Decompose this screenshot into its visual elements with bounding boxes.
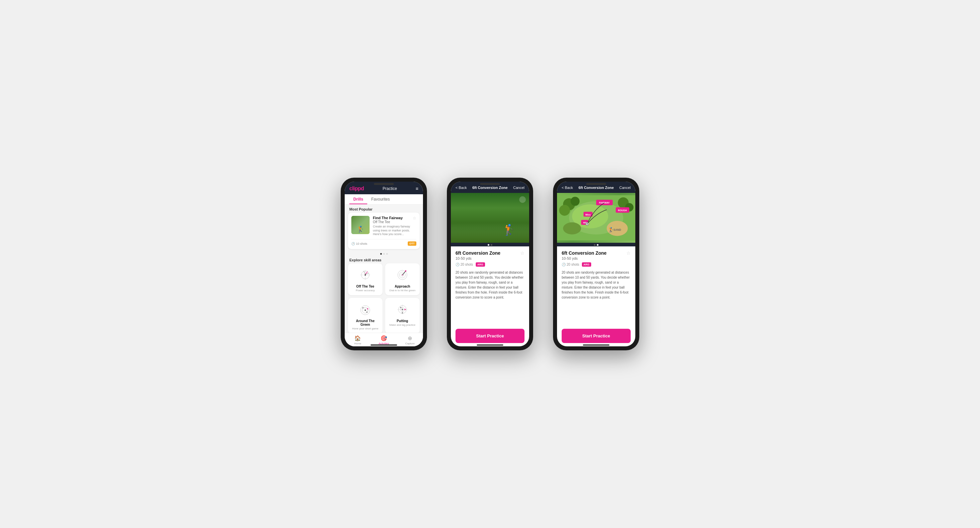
start-practice-button-3[interactable]: Start Practice xyxy=(562,329,631,343)
drill-thumbnail xyxy=(351,216,369,234)
svg-point-3 xyxy=(364,274,366,276)
back-button-2[interactable]: < Back xyxy=(455,186,467,190)
putting-desc: Make and lag practice xyxy=(390,324,415,326)
clock-icon: 🕐 xyxy=(351,242,355,246)
atg-desc: Hone your short game xyxy=(352,327,378,330)
detail-content-2: 6ft Conversion Zone 10-50 yds ☆ 🕐 20 sho… xyxy=(451,246,529,325)
approach-icon xyxy=(394,268,411,282)
carousel-dots xyxy=(345,252,423,256)
drill-range-2: 10-50 yds xyxy=(455,256,500,260)
drill-description-2: 20 shots are randomly generated at dista… xyxy=(455,270,525,300)
home-label: Home xyxy=(354,342,361,345)
phone-3: < Back 6ft Conversion Zone Cancel xyxy=(553,178,639,350)
clock-icon-3: 🕐 xyxy=(562,263,566,266)
app-logo: clippd xyxy=(349,186,364,191)
drill-info: Find The Fairway Off The Tee ☆ Create an… xyxy=(373,216,416,236)
page-dot-3-1 xyxy=(594,244,595,246)
drill-card[interactable]: Find The Fairway Off The Tee ☆ Create an… xyxy=(348,212,420,249)
phone-1: clippd Practice ≡ Drills Favourites Most… xyxy=(341,178,427,350)
svg-point-39 xyxy=(559,205,570,216)
ott-icon-area xyxy=(355,266,375,283)
dot-2 xyxy=(383,253,385,255)
clock-icon-2: 🕐 xyxy=(455,263,460,266)
putting-icon xyxy=(394,303,411,316)
arg-tag-2: ARG xyxy=(476,262,485,266)
tab-drills[interactable]: Drills xyxy=(349,194,367,204)
header-title: Practice xyxy=(382,186,397,191)
tab-favourites[interactable]: Favourites xyxy=(367,194,394,204)
svg-point-38 xyxy=(571,196,579,206)
drill-range-3: 10-50 yds xyxy=(562,256,606,260)
dot-3 xyxy=(386,253,388,255)
screens-container: clippd Practice ≡ Drills Favourites Most… xyxy=(341,178,639,350)
screen1-header: clippd Practice ≡ xyxy=(345,182,423,194)
fav-icon-2[interactable]: ☆ xyxy=(520,250,525,256)
nav-capture[interactable]: ⊕ Capture xyxy=(397,335,423,345)
atg-icon-area xyxy=(355,301,375,318)
dot-1 xyxy=(380,253,382,255)
approach-desc: Dial-in to hit the green xyxy=(390,289,415,292)
approach-name: Approach xyxy=(395,285,410,288)
svg-point-12 xyxy=(405,270,406,272)
start-practice-button-2[interactable]: Start Practice xyxy=(455,329,525,343)
nav-activities[interactable]: 🎯 Activities xyxy=(371,335,397,345)
svg-text:🏌️: 🏌️ xyxy=(608,227,614,233)
home-icon: 🏠 xyxy=(354,335,361,341)
golfer-figure: 🏌️ xyxy=(503,223,516,236)
atg-icon xyxy=(357,303,374,316)
putting-name: Putting xyxy=(397,319,408,323)
drill-desc: Create an imaginary fairway using trees … xyxy=(373,225,416,236)
skill-grid: Off The Tee Power accuracy xyxy=(345,263,423,333)
svg-line-19 xyxy=(363,308,368,309)
svg-point-54 xyxy=(587,223,588,225)
phone-2: < Back 6ft Conversion Zone Cancel 🏌️ xyxy=(447,178,533,350)
drill-description-3: 20 shots are randomly generated at dista… xyxy=(562,270,631,300)
page-dot-2-1 xyxy=(488,244,489,246)
drill-meta-2: 🕐 20 shots ARG xyxy=(455,262,525,266)
detail-title-2: 6ft Conversion Zone xyxy=(473,186,508,190)
activities-label: Activities xyxy=(379,342,389,345)
shots-label: 🕐 10 shots xyxy=(351,242,367,246)
skill-card-approach[interactable]: Approach Dial-in to hit the green xyxy=(385,263,420,295)
most-popular-label: Most Popular xyxy=(345,204,423,212)
favourite-icon[interactable]: ☆ xyxy=(413,216,416,220)
drill-name: Find The Fairway xyxy=(373,216,403,220)
skill-card-ott[interactable]: Off The Tee Power accuracy xyxy=(348,263,382,295)
detail-header-2: < Back 6ft Conversion Zone Cancel xyxy=(451,182,529,193)
svg-line-5 xyxy=(364,271,365,274)
nav-home[interactable]: 🏠 Home xyxy=(345,335,371,345)
page-dots-2 xyxy=(451,243,529,246)
detail-content-3: 6ft Conversion Zone 10-50 yds ☆ 🕐 20 sho… xyxy=(557,246,635,325)
back-button-3[interactable]: < Back xyxy=(562,186,573,190)
cancel-button-3[interactable]: Cancel xyxy=(619,186,631,190)
drill-title-3: 6ft Conversion Zone xyxy=(562,250,606,256)
page-dots-3 xyxy=(557,243,635,246)
atg-name: Around The Green xyxy=(351,319,379,326)
putting-icon-area xyxy=(393,301,412,318)
explore-label: Explore skill areas xyxy=(345,256,423,263)
capture-icon: ⊕ xyxy=(408,335,412,341)
ott-tag: OTT xyxy=(408,241,416,246)
page-dot-3-2 xyxy=(597,244,598,246)
svg-text:Miss: Miss xyxy=(585,213,590,216)
cancel-button-2[interactable]: Cancel xyxy=(513,186,525,190)
ott-name: Off The Tee xyxy=(356,285,374,288)
tabs-bar: Drills Favourites xyxy=(345,194,423,204)
capture-label: Capture xyxy=(405,342,414,345)
ott-icon xyxy=(357,268,374,282)
drill-map: FAIRWAY ROUGH Miss Hit SAND � xyxy=(557,193,635,243)
shots-meta-2: 🕐 20 shots xyxy=(455,263,473,266)
arg-tag-3: ARG xyxy=(582,262,591,266)
menu-icon[interactable]: ≡ xyxy=(416,186,418,191)
course-map-svg: FAIRWAY ROUGH Miss Hit SAND � xyxy=(557,193,635,243)
drill-photo: 🏌️ xyxy=(451,193,529,243)
detail-title-3: 6ft Conversion Zone xyxy=(579,186,614,190)
ott-desc: Power accuracy xyxy=(356,289,375,292)
screen1-content: Most Popular Find The Fairway Off The Te… xyxy=(345,204,423,333)
fav-icon-3[interactable]: ☆ xyxy=(626,250,631,256)
skill-card-atg[interactable]: Around The Green Hone your short game xyxy=(348,298,382,333)
skill-card-putting[interactable]: Putting Make and lag practice xyxy=(385,298,420,333)
approach-icon-area xyxy=(393,266,412,283)
svg-text:SAND: SAND xyxy=(613,228,621,231)
page-dot-2-2 xyxy=(491,244,492,246)
